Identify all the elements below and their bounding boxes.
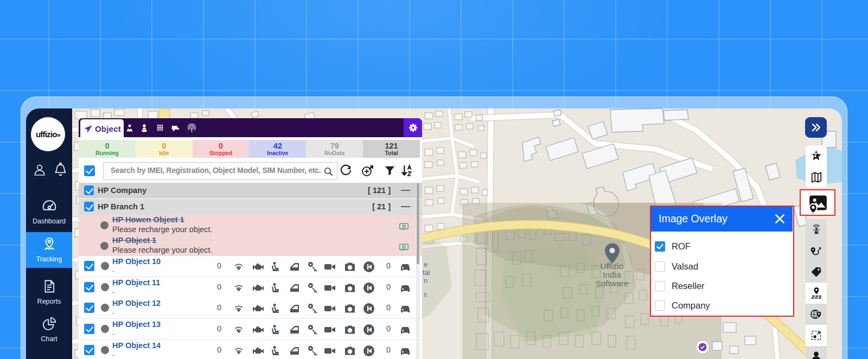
svg-text:Software: Software xyxy=(595,279,628,288)
svg-text:India: India xyxy=(603,270,621,279)
svg-text:c: c xyxy=(424,290,427,298)
svg-text:tal: tal xyxy=(423,268,430,277)
svg-text:Uffizio: Uffizio xyxy=(601,261,624,271)
svg-text:e: e xyxy=(424,260,427,268)
svg-text:n: n xyxy=(424,277,427,285)
